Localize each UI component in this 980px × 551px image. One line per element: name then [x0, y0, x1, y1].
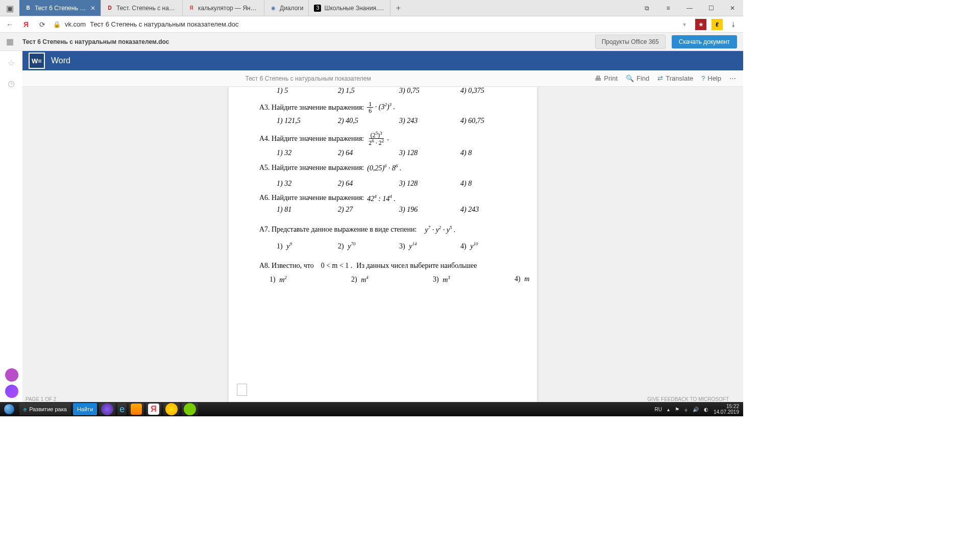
yandex-icon: Я	[148, 404, 159, 415]
tab-active[interactable]: B Тест 6 Степень с натур ✕	[19, 0, 101, 16]
taskbar-clock[interactable]: 15:22 14.07.2019	[714, 404, 739, 415]
word-label: Word	[51, 56, 70, 65]
close-icon[interactable]: ✕	[90, 5, 95, 12]
page-status: PAGE 1 OF 2	[26, 396, 56, 402]
media-icon	[131, 404, 142, 415]
download-document-button[interactable]: Скачать документ	[672, 35, 737, 48]
question-expression: y7 · y2 · y5 .	[425, 225, 455, 234]
volume-icon[interactable]: 🔊	[693, 407, 699, 412]
app-icon	[165, 403, 178, 415]
tab[interactable]: Я калькулятор — Яндекс: на	[183, 0, 264, 16]
more-button[interactable]: ⋯	[729, 74, 736, 82]
language-indicator[interactable]: RU	[654, 407, 662, 412]
print-label: Print	[604, 74, 618, 82]
question-expression: (0,25)6 · 86 .	[367, 163, 401, 172]
question-prompt: А5. Найдите значение выражения:	[259, 164, 364, 172]
ie-icon: e	[119, 404, 125, 415]
option: 4) 243	[460, 206, 496, 214]
option: 4) 8	[460, 149, 496, 157]
lock-icon: 🔒	[53, 21, 61, 28]
page-badge-icon[interactable]	[237, 384, 247, 396]
taskbar-item[interactable]: Я	[146, 403, 161, 415]
translate-icon: ⇄	[657, 74, 663, 82]
favorite-icon[interactable]: ☆	[6, 57, 17, 68]
tray-icon[interactable]: ◐	[704, 407, 708, 412]
document-page: 1) 5 2) 1,5 3) 0,75 4) 0,375 А3. Найдите…	[229, 87, 537, 402]
d-icon: D	[106, 5, 113, 12]
clock-time: 15:22	[714, 404, 739, 409]
extension-icon[interactable]: ★	[695, 19, 706, 30]
url-host: vk.com	[65, 20, 86, 28]
option-row: 1) m2 2) m4 3) m3 4) m	[270, 275, 506, 284]
tab[interactable]: З Школьные Знания.com - P	[309, 0, 390, 16]
translate-button[interactable]: ⇄Translate	[657, 74, 693, 82]
option: 4) 0,375	[460, 87, 496, 95]
tab-label: Тест. Степень с натураль	[116, 5, 177, 12]
taskbar-item[interactable]	[163, 403, 180, 415]
option: 1) 5	[277, 87, 312, 95]
option-row: 1) 81 2) 27 3) 196 4) 243	[277, 206, 506, 214]
extension-icon[interactable]: ℓ	[712, 19, 723, 30]
tab[interactable]: D Тест. Степень с натураль	[101, 0, 183, 16]
taskbar-item[interactable]: eРазвитие рака	[19, 403, 71, 415]
panel-icon[interactable]: ⧉	[636, 0, 657, 16]
panel-toggle-icon[interactable]: ▣	[0, 0, 19, 16]
option: 2) 64	[338, 180, 374, 188]
tab-label: Школьные Знания.com - P	[324, 5, 385, 12]
option: 2) 27	[338, 206, 374, 214]
taskbar-item[interactable]: e	[117, 403, 127, 415]
question-expression: (25)326 · 22 .	[367, 131, 389, 146]
tab-label: Тест 6 Степень с натур	[35, 5, 87, 12]
maximize-icon[interactable]: ☐	[700, 0, 722, 16]
taskbar-item[interactable]	[99, 403, 115, 415]
close-window-icon[interactable]: ✕	[722, 0, 743, 16]
question-expression: 424 : 144 .	[367, 194, 396, 203]
taskbar-item[interactable]: Найти	[73, 403, 97, 415]
option: 4) 8	[460, 180, 496, 188]
vk-icon: B	[24, 5, 32, 12]
url-input[interactable]: 🔒 vk.com Тест 6 Степень с натуральным по…	[53, 20, 674, 28]
downloads-icon[interactable]: ⭳	[728, 19, 739, 30]
option: 3) m3	[433, 275, 469, 284]
reload-icon[interactable]: ⟳	[37, 19, 48, 30]
url-rest: Тест 6 Степень с натуральным показателем…	[90, 20, 238, 28]
taskbar-item[interactable]	[182, 403, 198, 415]
windows-orb-icon	[4, 404, 15, 415]
znaniya-icon: З	[314, 5, 321, 12]
question-expression: 16 · (32)3 .	[367, 101, 395, 114]
new-tab-button[interactable]: +	[390, 0, 406, 16]
question-prompt: А3. Найдите значение выражения:	[259, 104, 364, 112]
help-label: Help	[707, 74, 721, 82]
tray-chevron-icon[interactable]: ▴	[667, 407, 670, 412]
print-button[interactable]: 🖶Print	[595, 74, 618, 82]
alice-icon[interactable]	[5, 385, 18, 398]
question-prompt: А4. Найдите значение выражения:	[259, 135, 364, 143]
history-icon[interactable]: ◷	[6, 78, 17, 89]
menu-icon[interactable]: ≡	[657, 0, 679, 16]
apps-grid-icon[interactable]: ▦	[6, 37, 16, 47]
question-prompt: А8. Известно, что	[259, 262, 314, 270]
start-button[interactable]	[0, 402, 18, 416]
minimize-icon[interactable]: —	[679, 0, 700, 16]
back-icon[interactable]: ←	[4, 19, 15, 30]
office-products-button[interactable]: Продукты Office 365	[595, 35, 666, 49]
yandex-home-icon[interactable]: Я	[20, 19, 32, 30]
network-icon[interactable]: ⏚	[684, 407, 688, 412]
flag-icon[interactable]: ⚑	[675, 407, 679, 412]
tab[interactable]: ◉ Диалоги	[264, 0, 309, 16]
browser-tab-bar: ▣ B Тест 6 Степень с натур ✕ D Тест. Сте…	[0, 0, 743, 16]
taskbar-item[interactable]	[129, 403, 144, 415]
browser-sidebar: ☆ ◷	[0, 51, 22, 89]
document-area[interactable]: 1) 5 2) 1,5 3) 0,75 4) 0,375 А3. Найдите…	[22, 87, 743, 402]
option: 1) 81	[277, 206, 312, 214]
browser-dock	[5, 368, 18, 398]
option: 3) 128	[399, 180, 435, 188]
question-row: А6. Найдите значение выражения: 424 : 14…	[259, 194, 506, 203]
ie-icon: e	[23, 406, 27, 412]
help-button[interactable]: ?Help	[701, 74, 721, 82]
find-button[interactable]: 🔍Find	[626, 74, 649, 82]
word-toolbar: Тест 6 Степень с натуральным показателем…	[22, 70, 743, 87]
shopping-icon[interactable]	[5, 368, 18, 382]
bookmark-icon[interactable]: ▾	[679, 19, 690, 30]
feedback-link[interactable]: GIVE FEEDBACK TO MICROSOFT	[647, 396, 729, 402]
